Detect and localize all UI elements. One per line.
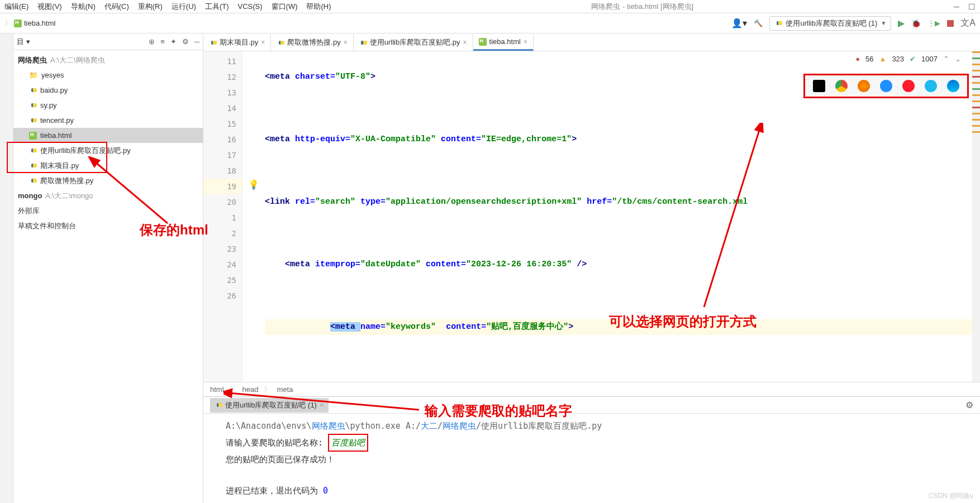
target-icon[interactable]: ⊕: [149, 37, 155, 46]
expand-icon[interactable]: ≡: [160, 37, 165, 46]
collapse-icon[interactable]: ✦: [170, 37, 177, 46]
debug-button[interactable]: 🐞: [911, 19, 921, 28]
tab-py[interactable]: 期末项目.py×: [203, 34, 271, 51]
tree-external-libs[interactable]: 外部库: [13, 203, 203, 218]
project-tool-window: 目 ▾ ⊕ ≡ ✦ ⚙ ─ 网络爬虫 A:\大二\网络爬虫 📁yesyes ba…: [13, 33, 203, 503]
code-content[interactable]: <meta charset="UTF-8"> <meta http-equiv=…: [242, 51, 980, 382]
window-title: 网络爬虫 - tieba.html [网络爬虫]: [340, 2, 945, 12]
close-icon[interactable]: ×: [463, 39, 467, 46]
menu-nav[interactable]: 导航(N): [71, 2, 96, 12]
tree-item-py[interactable]: sy.py: [13, 98, 203, 113]
tree-item-html-selected[interactable]: tieba.html: [13, 128, 203, 143]
python-icon: [29, 117, 37, 124]
tree-item-py[interactable]: baidu.py: [13, 83, 203, 98]
watermark: CSDN @阿姨u: [929, 491, 973, 501]
tree-scratches[interactable]: 草稿文件和控制台: [13, 218, 203, 233]
maximize-icon[interactable]: ☐: [968, 2, 976, 11]
menu-code[interactable]: 代码(C): [104, 2, 129, 12]
chevron-down-icon: ▼: [881, 20, 886, 26]
item-label: yesyes: [41, 71, 64, 79]
tab-py[interactable]: 使用urllib库爬取百度贴吧.py×: [354, 34, 473, 51]
python-icon: [359, 39, 367, 46]
run-config-label: 使用urllib库爬取百度贴吧 (1): [786, 18, 877, 28]
tree-item-folder[interactable]: 📁yesyes: [13, 68, 203, 83]
console-output[interactable]: A:\Anaconda\envs\网络爬虫\python.exe A:/大二/网…: [203, 414, 980, 503]
inspection-widget[interactable]: ●56 ▲323 ✔1007 ⌃ ⌄: [855, 55, 961, 63]
left-rail[interactable]: [0, 33, 13, 503]
tab-py[interactable]: 爬取微博热搜.py×: [271, 34, 353, 51]
menu-edit[interactable]: 编辑(E): [4, 2, 28, 12]
item-label: tencent.py: [40, 116, 74, 124]
chrome-icon[interactable]: [835, 80, 848, 92]
menu-help[interactable]: 帮助(H): [306, 2, 331, 12]
mongo-name: mongo: [18, 191, 42, 200]
gear-icon[interactable]: ⚙: [182, 37, 189, 46]
python-icon: [29, 102, 37, 109]
tab-label: tieba.html: [489, 37, 521, 46]
console-line: A:\Anaconda\envs\网络爬虫\python.exe A:/大二/网…: [226, 418, 958, 434]
search-anywhere-icon[interactable]: 文A: [960, 17, 976, 29]
run-config-selector[interactable]: 使用urllib库爬取百度贴吧 (1) ▼: [769, 16, 891, 31]
python-icon: [29, 87, 37, 94]
safari-icon[interactable]: [880, 80, 892, 92]
tree-root[interactable]: 网络爬虫 A:\大二\网络爬虫: [13, 52, 203, 68]
console-line: 您的贴吧的页面已保存成功！: [226, 452, 958, 467]
root-path: A:\大二\网络爬虫: [50, 55, 105, 65]
firefox-icon[interactable]: [858, 80, 870, 92]
console-tab-label: 使用urllib库爬取百度贴吧 (1): [225, 400, 317, 410]
tree-item-py[interactable]: 爬取微博热搜.py: [13, 173, 203, 188]
close-icon[interactable]: ×: [344, 39, 348, 46]
code-editor[interactable]: 111213141516171819201223242526 💡 <meta c…: [203, 51, 980, 382]
menu-refactor[interactable]: 重构(R): [138, 2, 163, 12]
root-name: 网络爬虫: [18, 55, 47, 65]
console-tab[interactable]: 使用urllib库爬取百度贴吧 (1) ×: [210, 398, 329, 413]
python-icon: [215, 401, 222, 409]
python-icon: [774, 20, 782, 27]
menu-run[interactable]: 运行(U): [172, 2, 196, 12]
menu-view[interactable]: 视图(V): [37, 2, 61, 12]
warning-icon: ▲: [879, 55, 887, 63]
ie-icon[interactable]: [925, 80, 937, 92]
crumb-item[interactable]: html: [210, 385, 224, 394]
close-icon[interactable]: ×: [261, 39, 265, 46]
proj-title: 目 ▾: [17, 37, 30, 47]
user-icon[interactable]: 👤▾: [731, 18, 747, 28]
item-label: 爬取微博热搜.py: [40, 176, 93, 186]
crumb-item[interactable]: meta: [277, 385, 293, 394]
edge-icon[interactable]: [947, 80, 959, 92]
run-more-icon[interactable]: ⋮▶: [927, 19, 940, 27]
tree-mongo[interactable]: mongo A:\大二\mongo: [13, 188, 203, 203]
editor-area: 期末项目.py× 爬取微博热搜.py× 使用urllib库爬取百度贴吧.py× …: [203, 33, 980, 503]
html-file-icon: [14, 20, 22, 27]
minimize-icon[interactable]: ─: [954, 2, 959, 11]
tab-label: 期末项目.py: [220, 37, 258, 47]
editor-breadcrumb[interactable]: html〉 head〉 meta: [203, 382, 980, 396]
stop-button[interactable]: [947, 20, 954, 27]
close-icon[interactable]: ×: [524, 38, 527, 46]
gear-icon[interactable]: ⚙: [965, 400, 973, 410]
console-line: 请输入要爬取的贴吧名称: 百度贴吧: [226, 434, 958, 452]
tab-label: 使用urllib库爬取百度贴吧.py: [370, 37, 460, 47]
tab-html-active[interactable]: tieba.html×: [473, 34, 534, 51]
hammer-icon[interactable]: 🔨: [754, 19, 763, 27]
menu-vcs[interactable]: VCS(S): [237, 2, 262, 11]
menu-window[interactable]: 窗口(W): [272, 2, 298, 12]
menu-tools[interactable]: 工具(T): [205, 2, 229, 12]
breadcrumb-file[interactable]: tieba.html: [24, 19, 55, 27]
python-icon: [277, 39, 284, 46]
crumb-item[interactable]: head: [242, 385, 259, 394]
error-stripe[interactable]: [972, 51, 980, 382]
hide-icon[interactable]: ─: [194, 37, 199, 46]
annotation-box-1: [7, 142, 107, 173]
item-label: baidu.py: [40, 86, 68, 94]
run-button[interactable]: ▶: [898, 18, 905, 28]
folder-icon: 📁: [29, 71, 38, 79]
error-count: 56: [865, 55, 873, 63]
run-tool-window: 使用urllib库爬取百度贴吧 (1) × ⚙ A:\Anaconda\envs…: [203, 396, 980, 503]
opera-icon[interactable]: [902, 80, 915, 92]
pycharm-icon[interactable]: [813, 80, 825, 92]
close-icon[interactable]: ×: [320, 401, 324, 409]
tree-item-py[interactable]: tencent.py: [13, 113, 203, 128]
chevron-up-icon[interactable]: ⌃: [943, 55, 949, 63]
chevron-down-icon[interactable]: ⌄: [955, 55, 961, 63]
